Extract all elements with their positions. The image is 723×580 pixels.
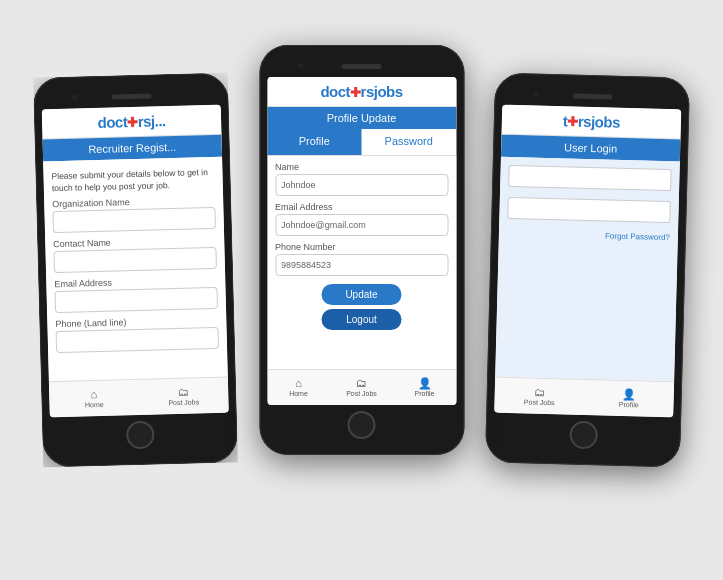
left-logo: doct✚rsj...	[50, 111, 213, 132]
left-field-phone: Phone (Land line)	[55, 315, 219, 353]
left-field-org: Organization Name	[52, 195, 216, 233]
postjobs-icon-center: 🗂	[356, 378, 367, 389]
right-tab-profile-label: Profile	[619, 401, 639, 409]
center-blue-bar: Profile Update	[267, 107, 456, 129]
right-blue-bar-text: User Login	[564, 141, 617, 154]
camera-icon-center	[297, 63, 303, 69]
tab-profile-label: Profile	[299, 135, 330, 147]
right-app-header: t✚rsjobs	[502, 105, 682, 140]
camera-icon-right	[532, 92, 538, 98]
center-logo: doct✚rsjobs	[275, 83, 448, 100]
center-tab-profile-label: Profile	[415, 390, 435, 397]
speaker-right	[572, 93, 612, 99]
center-input-phone[interactable]	[275, 254, 448, 276]
profile-icon-right: 👤	[622, 389, 636, 400]
center-tab-postjobs[interactable]: 🗂 Post Jobs	[330, 370, 393, 405]
logout-button[interactable]: Logout	[322, 309, 402, 330]
phone-right: t✚rsjobs User Login Forgot Password? 🗂	[485, 73, 690, 468]
logo-text-right2: rsjobs	[578, 113, 620, 131]
left-app-body: Please submit your details below to get …	[43, 157, 228, 382]
center-tabs: Profile Password	[267, 129, 456, 156]
center-input-name[interactable]	[275, 174, 448, 196]
center-field-email: Email Address	[275, 202, 448, 236]
left-tab-postjobs-label: Post Jobs	[168, 398, 199, 406]
phone-center: doct✚rsjobs Profile Update Profile Passw…	[259, 45, 464, 455]
center-input-email[interactable]	[275, 214, 448, 236]
left-input-org[interactable]	[52, 207, 216, 233]
logo-cross-center: ✚	[350, 85, 361, 100]
left-tab-home-label: Home	[85, 401, 104, 408]
right-app-body: Forgot Password?	[495, 157, 680, 382]
left-app-header: doct✚rsj...	[42, 105, 222, 140]
right-input-username[interactable]	[508, 165, 672, 191]
tab-password-label: Password	[385, 135, 433, 147]
right-logo: t✚rsjobs	[510, 111, 673, 132]
logo-text-center1: doct	[320, 83, 350, 100]
center-label-name: Name	[275, 162, 448, 172]
left-body-text: Please submit your details below to get …	[51, 163, 215, 199]
logo-text-center2: rsjobs	[361, 83, 403, 100]
center-field-name: Name	[275, 162, 448, 196]
phone-bottom-right	[493, 413, 673, 458]
center-tab-postjobs-label: Post Jobs	[346, 390, 377, 397]
tab-password[interactable]: Password	[362, 129, 457, 155]
right-tab-postjobs-label: Post Jobs	[524, 398, 555, 406]
center-tab-home[interactable]: ⌂ Home	[267, 370, 330, 405]
left-input-email[interactable]	[55, 287, 219, 313]
phones-container: doct✚rsj... Recruiter Regist... Please s…	[0, 0, 723, 580]
phone-bottom-center	[267, 405, 456, 445]
logo-text-left: doct	[97, 113, 127, 131]
center-app-body: Name Email Address Phone Number Update L…	[267, 156, 456, 369]
profile-icon-center: 👤	[418, 378, 432, 389]
logo-cross-left: ✚	[127, 115, 138, 130]
left-blue-bar-text: Recruiter Regist...	[88, 141, 176, 155]
center-tab-profile[interactable]: 👤 Profile	[393, 370, 456, 405]
right-tabbar: 🗂 Post Jobs 👤 Profile	[494, 377, 674, 418]
phone-top-center	[267, 55, 456, 77]
left-tab-postjobs[interactable]: 🗂 Post Jobs	[138, 378, 228, 415]
center-label-phone: Phone Number	[275, 242, 448, 252]
right-field-password	[507, 197, 671, 228]
home-button-right[interactable]	[569, 421, 598, 450]
phone-screen-left: doct✚rsj... Recruiter Regist... Please s…	[42, 105, 229, 418]
right-field-username	[508, 165, 672, 196]
tab-profile[interactable]: Profile	[267, 129, 362, 155]
speaker-center	[342, 64, 382, 69]
center-label-email: Email Address	[275, 202, 448, 212]
center-tabbar: ⌂ Home 🗂 Post Jobs 👤 Profile	[267, 369, 456, 405]
right-input-password[interactable]	[507, 197, 671, 223]
left-field-contact: Contact Name	[53, 235, 217, 273]
left-input-contact[interactable]	[53, 247, 217, 273]
right-tab-profile[interactable]: 👤 Profile	[584, 380, 674, 417]
home-button-left[interactable]	[125, 421, 154, 450]
right-tab-postjobs[interactable]: 🗂 Post Jobs	[494, 378, 584, 415]
home-icon-left: ⌂	[91, 389, 98, 400]
forgot-password-link[interactable]: Forgot Password?	[507, 229, 670, 242]
phone-left: doct✚rsj... Recruiter Regist... Please s…	[33, 73, 238, 468]
logo-cross-right: ✚	[567, 114, 578, 129]
phone-screen-right: t✚rsjobs User Login Forgot Password? 🗂	[494, 105, 681, 418]
home-icon-center: ⌂	[295, 378, 302, 389]
logo-text2-left: rsj...	[138, 112, 166, 130]
speaker-left	[111, 93, 151, 99]
camera-icon-left	[71, 94, 77, 100]
postjobs-icon-right: 🗂	[534, 387, 545, 398]
left-tabbar: ⌂ Home 🗂 Post Jobs	[49, 377, 229, 418]
left-tab-home[interactable]: ⌂ Home	[49, 380, 139, 417]
center-app-header: doct✚rsjobs	[267, 77, 456, 107]
phone-screen-center: doct✚rsjobs Profile Update Profile Passw…	[267, 77, 456, 405]
center-blue-bar-text: Profile Update	[327, 112, 397, 124]
postjobs-icon-left: 🗂	[178, 387, 189, 398]
home-button-center[interactable]	[348, 411, 376, 439]
center-tab-home-label: Home	[289, 390, 308, 397]
update-button[interactable]: Update	[322, 284, 402, 305]
center-field-phone: Phone Number	[275, 242, 448, 276]
left-field-email: Email Address	[54, 275, 218, 313]
left-input-phone[interactable]	[56, 327, 220, 353]
phone-bottom-left	[50, 413, 230, 458]
